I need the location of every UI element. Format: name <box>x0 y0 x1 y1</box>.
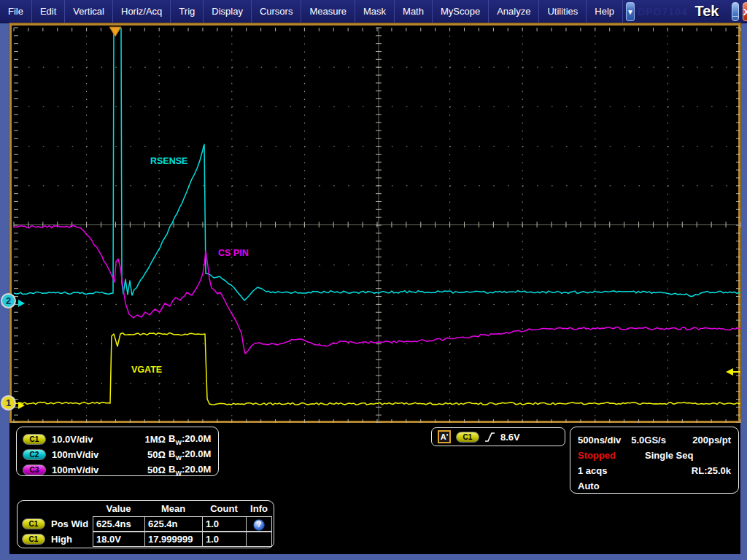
channel3-impedance: 50Ω <box>131 464 169 475</box>
channel1-bandwidth: BW:20.0M <box>169 433 211 446</box>
channel3-settings-row[interactable]: C3 100mV/div 50Ω BW:20.0M <box>23 462 211 478</box>
channel2-settings-row[interactable]: C2 100mV/div 50Ω BW:20.0M <box>23 447 211 462</box>
model-label: DPO7104 <box>638 6 687 18</box>
menu-dropdown-button[interactable]: ▼ <box>626 2 635 21</box>
menu-bar: FileEditVerticalHoriz/AcqTrigDisplayCurs… <box>0 0 747 23</box>
meas-row2-info <box>246 532 272 547</box>
trigger-level-arrow[interactable] <box>726 368 733 376</box>
meas-row1-name: C1 Pos Wid <box>18 518 93 529</box>
channel2-bandwidth: BW:20.0M <box>169 448 211 462</box>
minimize-icon: _ <box>732 7 738 18</box>
resolution: 200ps/pt <box>692 435 731 446</box>
menu-item-analyze[interactable]: Analyze <box>489 0 539 23</box>
meas-header-value: Value <box>93 503 144 514</box>
trigger-position-marker[interactable] <box>109 27 121 36</box>
trace-label-rsense: RSENSE <box>150 156 187 166</box>
graticule-grid <box>14 28 740 423</box>
menu-item-mask[interactable]: Mask <box>355 0 395 23</box>
menu-item-horiz-acq[interactable]: Horiz/Acq <box>113 0 171 23</box>
sample-rate: 5.0GS/s <box>631 435 666 446</box>
meas-header-mean: Mean <box>144 503 202 514</box>
trigger-level: 8.6V <box>500 432 520 443</box>
trigger-readout-panel[interactable]: A' C1 8.6V <box>431 427 565 446</box>
info-icon[interactable]: ? <box>253 519 265 531</box>
channel2-impedance: 50Ω <box>131 449 169 460</box>
record-length: RL:25.0k <box>692 465 731 476</box>
trigger-mode: Auto <box>578 481 600 491</box>
measurements-panel[interactable]: Value Mean Count Info C1 Pos Wid 625.4ns… <box>17 500 274 548</box>
meas-row1-count: 1.0 <box>202 516 246 532</box>
menu-item-help[interactable]: Help <box>587 0 623 23</box>
timebase: 500ns/div <box>578 435 621 446</box>
waveform-display: RSENSECS PINVGATE <box>9 23 740 423</box>
menu-item-math[interactable]: Math <box>395 0 433 23</box>
trace-cs-pin <box>14 225 741 354</box>
meas-row2-count: 1.0 <box>202 532 246 547</box>
channel3-badge[interactable]: C3 <box>23 464 46 475</box>
meas-row1-value: 625.4ns <box>93 516 144 532</box>
meas-row2-channel-badge[interactable]: C1 <box>22 534 45 545</box>
trace-label-vgate: VGATE <box>131 365 162 375</box>
channel2-badge[interactable]: C2 <box>23 449 46 460</box>
menu-item-file[interactable]: File <box>0 0 32 23</box>
close-icon: X <box>743 7 747 18</box>
trigger-channel-badge[interactable]: C1 <box>456 432 479 443</box>
close-button[interactable]: X <box>743 2 747 21</box>
meas-header-info: Info <box>246 503 272 514</box>
readout-area: C1 10.0V/div 1MΩ BW:20.0M C2 100mV/div 5… <box>9 423 740 554</box>
minimize-button[interactable]: _ <box>732 2 738 21</box>
channel3-scale: 100mV/div <box>52 464 131 475</box>
menu-item-trig[interactable]: Trig <box>171 0 204 23</box>
channel2-reference-arrow[interactable] <box>18 300 25 307</box>
channel3-bandwidth: BW:20.0M <box>169 464 211 477</box>
acquisition-panel[interactable]: 500ns/div 5.0GS/s 200ps/pt Stopped Singl… <box>570 427 739 494</box>
channel-settings-panel[interactable]: C1 10.0V/div 1MΩ BW:20.0M C2 100mV/div 5… <box>16 427 219 476</box>
rising-edge-icon <box>484 431 495 443</box>
menu-item-edit[interactable]: Edit <box>32 0 65 23</box>
menu-item-vertical[interactable]: Vertical <box>65 0 113 23</box>
meas-row2-value: 18.0V <box>93 532 144 547</box>
waveform-traces: RSENSECS PINVGATE <box>14 27 741 405</box>
meas-row2-mean: 17.999999 <box>144 532 202 547</box>
acquisition-state: Stopped <box>578 450 616 461</box>
chevron-down-icon: ▼ <box>627 8 634 16</box>
menu-items: FileEditVerticalHoriz/AcqTrigDisplayCurs… <box>0 0 623 23</box>
scope-graticule: RSENSECS PINVGATE <box>12 26 743 425</box>
meas-header-count: Count <box>202 503 246 514</box>
channel1-scale: 10.0V/div <box>52 434 131 445</box>
trigger-source-badge[interactable]: A' <box>438 430 451 443</box>
menu-item-cursors[interactable]: Cursors <box>252 0 302 23</box>
menu-item-display[interactable]: Display <box>204 0 252 23</box>
meas-row1-mean: 625.4n <box>144 516 202 532</box>
channel1-reference-marker[interactable]: 1 <box>1 395 16 411</box>
channel2-scale: 100mV/div <box>52 449 131 460</box>
acquisition-count: 1 acqs <box>578 465 607 476</box>
tek-logo: Tek <box>694 3 719 20</box>
channel1-badge[interactable]: C1 <box>23 434 46 445</box>
menu-item-utilities[interactable]: Utilities <box>539 0 587 23</box>
trace-label-cs-pin: CS PIN <box>218 248 249 258</box>
meas-row2-name: C1 High <box>18 534 93 545</box>
channel1-settings-row[interactable]: C1 10.0V/div 1MΩ BW:20.0M <box>23 432 211 447</box>
channel2-reference-marker[interactable]: 2 <box>1 293 16 308</box>
menu-item-measure[interactable]: Measure <box>301 0 355 23</box>
menu-item-myscope[interactable]: MyScope <box>433 0 489 23</box>
meas-row1-channel-badge[interactable]: C1 <box>22 518 45 529</box>
trace-rsense <box>14 27 741 300</box>
channel1-impedance: 1MΩ <box>131 434 169 445</box>
meas-row1-info: ? <box>246 516 272 532</box>
acquisition-mode: Single Seq <box>645 450 693 461</box>
